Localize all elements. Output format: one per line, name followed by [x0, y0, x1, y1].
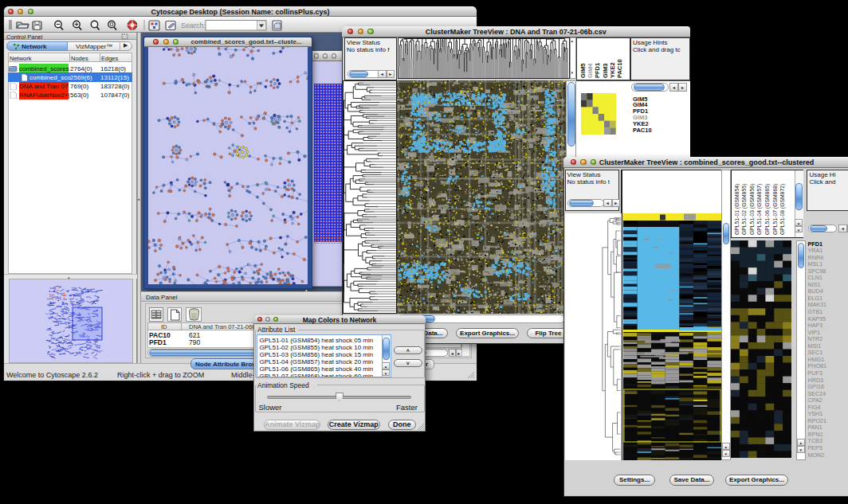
svg-text:GIM3: GIM3	[602, 63, 609, 77]
svg-text:GPL51-06 (GSM865): GPL51-06 (GSM865)	[764, 184, 771, 235]
svg-text:YKE2: YKE2	[609, 62, 616, 78]
svg-text:GPL51-03 (GSM856): GPL51-03 (GSM856)	[749, 184, 756, 235]
svg-text:GPL51-04 (GSM857): GPL51-04 (GSM857)	[756, 184, 763, 235]
svg-text:Search:: Search:	[181, 21, 206, 29]
svg-text:GPL51-08 (GSM872): GPL51-08 (GSM872)	[779, 184, 786, 235]
svg-text:PFD1: PFD1	[594, 62, 601, 77]
svg-text:PAC10: PAC10	[616, 59, 623, 78]
svg-text:GPL51-07 (GSM868): GPL51-07 (GSM868)	[772, 184, 779, 235]
svg-text:GIM4: GIM4	[587, 62, 594, 77]
svg-text:GPL51-02 (GSM855): GPL51-02 (GSM855)	[741, 184, 748, 235]
svg-text:GPL51-01 (GSM854): GPL51-01 (GSM854)	[734, 184, 740, 235]
svg-text:GIM5: GIM5	[579, 63, 587, 77]
